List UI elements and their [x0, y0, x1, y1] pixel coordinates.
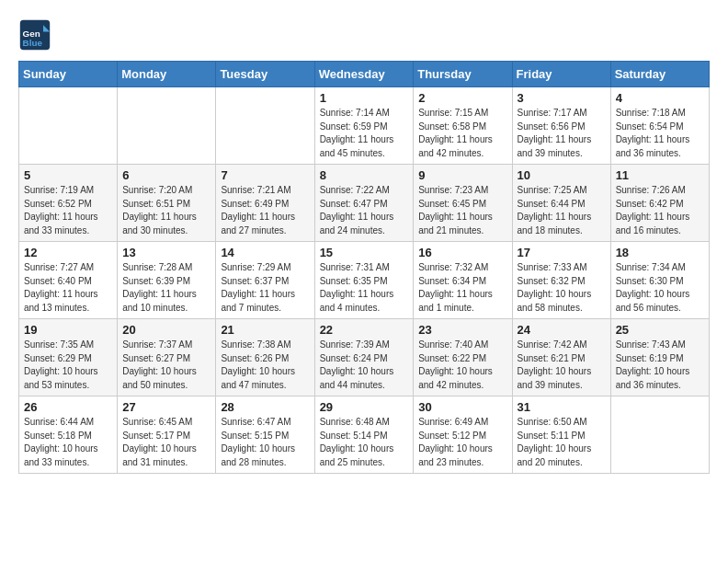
day-number: 17 — [518, 246, 606, 259]
calendar-week-row: 19Sunrise: 7:35 AM Sunset: 6:29 PM Dayli… — [19, 319, 710, 396]
calendar-day-cell: 18Sunrise: 7:34 AM Sunset: 6:30 PM Dayli… — [610, 242, 709, 319]
calendar-day-cell: 15Sunrise: 7:31 AM Sunset: 6:35 PM Dayli… — [314, 242, 414, 319]
day-info: Sunrise: 6:47 AM Sunset: 5:15 PM Dayligh… — [221, 416, 309, 469]
calendar-day-cell: 29Sunrise: 6:48 AM Sunset: 5:14 PM Dayli… — [314, 396, 414, 474]
day-number: 22 — [320, 323, 409, 337]
calendar-day-cell: 3Sunrise: 7:17 AM Sunset: 6:56 PM Daylig… — [512, 87, 610, 165]
day-number: 18 — [616, 246, 704, 259]
calendar-day-header: Saturday — [610, 62, 709, 87]
day-info: Sunrise: 7:42 AM Sunset: 6:21 PM Dayligh… — [518, 339, 606, 392]
day-info: Sunrise: 7:25 AM Sunset: 6:44 PM Dayligh… — [518, 184, 606, 237]
calendar-day-header: Tuesday — [216, 62, 314, 87]
day-number: 15 — [320, 246, 409, 259]
calendar-day-header: Sunday — [19, 62, 118, 87]
calendar-day-cell: 2Sunrise: 7:15 AM Sunset: 6:58 PM Daylig… — [414, 87, 512, 165]
day-number: 13 — [122, 246, 210, 259]
calendar-day-cell: 12Sunrise: 7:27 AM Sunset: 6:40 PM Dayli… — [19, 242, 118, 319]
day-info: Sunrise: 7:18 AM Sunset: 6:54 PM Dayligh… — [616, 107, 704, 160]
day-number: 23 — [418, 323, 506, 337]
calendar-week-row: 12Sunrise: 7:27 AM Sunset: 6:40 PM Dayli… — [19, 242, 710, 319]
day-number: 25 — [616, 323, 704, 337]
day-info: Sunrise: 7:43 AM Sunset: 6:19 PM Dayligh… — [616, 339, 704, 392]
calendar-day-cell: 9Sunrise: 7:23 AM Sunset: 6:45 PM Daylig… — [414, 165, 512, 242]
calendar-day-cell — [118, 87, 216, 165]
day-number: 14 — [221, 246, 309, 259]
calendar-day-cell: 23Sunrise: 7:40 AM Sunset: 6:22 PM Dayli… — [414, 319, 512, 396]
day-info: Sunrise: 7:38 AM Sunset: 6:26 PM Dayligh… — [221, 339, 309, 392]
day-info: Sunrise: 7:31 AM Sunset: 6:35 PM Dayligh… — [320, 261, 409, 315]
calendar-day-cell — [216, 87, 314, 165]
calendar-week-row: 1Sunrise: 7:14 AM Sunset: 6:59 PM Daylig… — [19, 87, 710, 165]
calendar-day-cell: 5Sunrise: 7:19 AM Sunset: 6:52 PM Daylig… — [19, 165, 118, 242]
day-number: 9 — [418, 168, 506, 182]
day-number: 11 — [616, 168, 704, 182]
day-number: 4 — [616, 91, 704, 105]
calendar-day-header: Friday — [512, 62, 610, 87]
calendar-day-cell: 25Sunrise: 7:43 AM Sunset: 6:19 PM Dayli… — [610, 319, 709, 396]
calendar-day-cell: 7Sunrise: 7:21 AM Sunset: 6:49 PM Daylig… — [216, 165, 314, 242]
calendar-day-cell: 1Sunrise: 7:14 AM Sunset: 6:59 PM Daylig… — [314, 87, 414, 165]
day-number: 19 — [24, 323, 112, 337]
calendar-day-cell: 8Sunrise: 7:22 AM Sunset: 6:47 PM Daylig… — [314, 165, 414, 242]
calendar-day-cell: 27Sunrise: 6:45 AM Sunset: 5:17 PM Dayli… — [118, 396, 216, 474]
day-info: Sunrise: 7:26 AM Sunset: 6:42 PM Dayligh… — [616, 184, 704, 237]
svg-text:Blue: Blue — [23, 38, 43, 48]
day-info: Sunrise: 7:21 AM Sunset: 6:49 PM Dayligh… — [221, 184, 309, 237]
day-info: Sunrise: 7:34 AM Sunset: 6:30 PM Dayligh… — [616, 261, 704, 315]
calendar-day-cell: 11Sunrise: 7:26 AM Sunset: 6:42 PM Dayli… — [610, 165, 709, 242]
calendar-day-cell: 22Sunrise: 7:39 AM Sunset: 6:24 PM Dayli… — [314, 319, 414, 396]
day-info: Sunrise: 7:14 AM Sunset: 6:59 PM Dayligh… — [320, 107, 409, 160]
logo-icon: Gen Blue — [18, 18, 51, 52]
day-info: Sunrise: 7:39 AM Sunset: 6:24 PM Dayligh… — [320, 339, 409, 392]
calendar-day-cell: 20Sunrise: 7:37 AM Sunset: 6:27 PM Dayli… — [118, 319, 216, 396]
day-info: Sunrise: 7:35 AM Sunset: 6:29 PM Dayligh… — [24, 339, 112, 392]
logo: Gen Blue — [18, 18, 55, 52]
day-info: Sunrise: 7:19 AM Sunset: 6:52 PM Dayligh… — [24, 184, 112, 237]
day-number: 12 — [24, 246, 112, 259]
day-info: Sunrise: 7:15 AM Sunset: 6:58 PM Dayligh… — [418, 107, 506, 160]
calendar-day-cell: 30Sunrise: 6:49 AM Sunset: 5:12 PM Dayli… — [414, 396, 512, 474]
day-number: 2 — [418, 91, 506, 105]
calendar-day-header: Thursday — [414, 62, 512, 87]
day-number: 3 — [518, 91, 606, 105]
day-info: Sunrise: 7:22 AM Sunset: 6:47 PM Dayligh… — [320, 184, 409, 237]
day-number: 28 — [221, 400, 309, 414]
calendar-day-cell: 28Sunrise: 6:47 AM Sunset: 5:15 PM Dayli… — [216, 396, 314, 474]
day-number: 31 — [518, 400, 606, 414]
day-info: Sunrise: 7:29 AM Sunset: 6:37 PM Dayligh… — [221, 261, 309, 315]
calendar-day-cell: 19Sunrise: 7:35 AM Sunset: 6:29 PM Dayli… — [19, 319, 118, 396]
day-number: 1 — [320, 91, 409, 105]
day-number: 7 — [221, 168, 309, 182]
calendar-day-cell: 17Sunrise: 7:33 AM Sunset: 6:32 PM Dayli… — [512, 242, 610, 319]
day-info: Sunrise: 7:28 AM Sunset: 6:39 PM Dayligh… — [122, 261, 210, 315]
calendar-day-cell: 13Sunrise: 7:28 AM Sunset: 6:39 PM Dayli… — [118, 242, 216, 319]
day-number: 24 — [518, 323, 606, 337]
calendar-day-cell: 4Sunrise: 7:18 AM Sunset: 6:54 PM Daylig… — [610, 87, 709, 165]
calendar-table: SundayMondayTuesdayWednesdayThursdayFrid… — [18, 61, 710, 474]
calendar-day-cell: 21Sunrise: 7:38 AM Sunset: 6:26 PM Dayli… — [216, 319, 314, 396]
day-info: Sunrise: 6:44 AM Sunset: 5:18 PM Dayligh… — [24, 416, 112, 469]
calendar-day-cell: 24Sunrise: 7:42 AM Sunset: 6:21 PM Dayli… — [512, 319, 610, 396]
day-number: 27 — [122, 400, 210, 414]
calendar-day-header: Wednesday — [314, 62, 414, 87]
day-number: 30 — [418, 400, 506, 414]
day-info: Sunrise: 7:32 AM Sunset: 6:34 PM Dayligh… — [418, 261, 506, 315]
day-info: Sunrise: 6:50 AM Sunset: 5:11 PM Dayligh… — [518, 416, 606, 469]
calendar-week-row: 5Sunrise: 7:19 AM Sunset: 6:52 PM Daylig… — [19, 165, 710, 242]
day-info: Sunrise: 7:40 AM Sunset: 6:22 PM Dayligh… — [418, 339, 506, 392]
calendar-week-row: 26Sunrise: 6:44 AM Sunset: 5:18 PM Dayli… — [19, 396, 710, 474]
day-info: Sunrise: 7:37 AM Sunset: 6:27 PM Dayligh… — [122, 339, 210, 392]
calendar-day-cell — [610, 396, 709, 474]
day-info: Sunrise: 6:45 AM Sunset: 5:17 PM Dayligh… — [122, 416, 210, 469]
header: Gen Blue — [18, 18, 710, 52]
calendar-day-header: Monday — [118, 62, 216, 87]
day-number: 29 — [320, 400, 409, 414]
calendar-day-cell: 26Sunrise: 6:44 AM Sunset: 5:18 PM Dayli… — [19, 396, 118, 474]
calendar-day-cell: 14Sunrise: 7:29 AM Sunset: 6:37 PM Dayli… — [216, 242, 314, 319]
day-number: 8 — [320, 168, 409, 182]
day-number: 21 — [221, 323, 309, 337]
day-info: Sunrise: 7:23 AM Sunset: 6:45 PM Dayligh… — [418, 184, 506, 237]
calendar-day-cell: 6Sunrise: 7:20 AM Sunset: 6:51 PM Daylig… — [118, 165, 216, 242]
day-number: 20 — [122, 323, 210, 337]
calendar-day-cell: 31Sunrise: 6:50 AM Sunset: 5:11 PM Dayli… — [512, 396, 610, 474]
